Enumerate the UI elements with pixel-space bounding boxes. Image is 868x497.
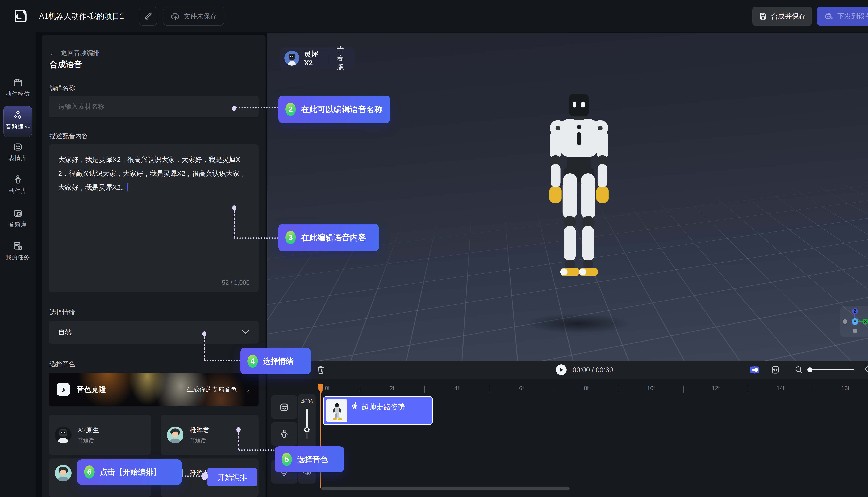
snap-toggle-button[interactable] [749, 360, 760, 379]
clapperboard-icon [0, 77, 36, 88]
speed-vertical-slider[interactable] [306, 409, 308, 439]
timeline-zoom-slider[interactable] [808, 369, 854, 370]
robot-download-icon [824, 12, 834, 20]
back-label: 返回音频编排 [61, 48, 99, 57]
clone-title: 音色克隆 [77, 385, 106, 394]
sidebar-label: 我的任务 [0, 254, 36, 261]
tutorial-step-2: 2 在此可以编辑语音名称 [278, 96, 390, 123]
deploy-label: 下发到设备 [838, 12, 868, 21]
cloud-icon [170, 12, 180, 20]
playhead-handle[interactable] [318, 384, 324, 394]
back-to-audio-arrange[interactable]: ← 返回音频编排 [50, 48, 99, 57]
badge-model-name: 灵犀X2 [304, 49, 319, 67]
step-5-number: 5 [282, 453, 292, 466]
clip-thumbnail [326, 399, 347, 422]
step-4-number: 4 [247, 355, 258, 368]
name-field-label: 编辑名称 [50, 84, 75, 92]
speed-slider-thumb[interactable] [304, 427, 309, 432]
voice-lang: 普通话 [78, 437, 99, 444]
connector-dot-2 [232, 106, 236, 111]
rename-project-button[interactable] [139, 6, 157, 26]
ruler-label: 0f [325, 385, 330, 392]
step-5-text: 选择音色 [297, 454, 328, 465]
step-4-text: 选择情绪 [263, 356, 294, 366]
char-counter: 52 / 1,000 [222, 279, 250, 286]
timeline-horizontal-scrollbar[interactable] [321, 487, 570, 491]
sidebar-item-motion-mimic[interactable]: 动作模仿 [0, 77, 36, 98]
ruler-tick [813, 386, 813, 393]
zoom-slider-thumb[interactable] [808, 367, 812, 372]
robot-3d-viewport[interactable]: 灵犀X2 青春版 Z Y X [267, 33, 868, 360]
deploy-to-device-button[interactable]: 下发到设备 [817, 6, 868, 26]
motion-icon [0, 175, 36, 185]
step-2-text: 在此可以编辑语音名称 [301, 104, 383, 115]
zoom-in-icon[interactable] [863, 360, 868, 379]
sidebar-item-audio-library[interactable]: 音频库 [0, 208, 36, 228]
tutorial-step-6: 6 点击【开始编排】 [77, 459, 182, 485]
connector-line-6 [182, 475, 202, 477]
pencil-icon [143, 12, 153, 20]
connector-line-3 [234, 237, 278, 239]
humanoid-robot-model[interactable] [521, 65, 632, 320]
ruler-label: 6f [519, 385, 524, 392]
axis-neg-x-handle[interactable] [843, 319, 847, 324]
voice-field-label: 选择音色 [50, 359, 75, 368]
axis-x-handle[interactable]: X [863, 318, 868, 325]
expression-track-button[interactable] [271, 395, 297, 419]
voice-clone-banner[interactable]: ♪ 音色克隆 生成你的专属音色 → [48, 373, 259, 406]
fit-timeline-button[interactable] [770, 360, 781, 379]
emotion-select[interactable]: 自然 [48, 321, 259, 344]
sidebar-item-audio-arrange[interactable]: 音频编排 [0, 110, 36, 130]
axis-gizmo[interactable]: Z Y X [840, 306, 868, 337]
speed-value: 40% [301, 398, 313, 405]
voice-content-textarea[interactable]: 大家好，我是灵犀X2，很高兴认识大家，大家好，我是灵犀X2，很高兴认识大家，大家… [48, 144, 259, 292]
connector-dot-4 [202, 331, 206, 336]
start-arrange-button[interactable]: 开始编排 [208, 468, 257, 486]
ruler-label: 4f [454, 385, 459, 392]
sidebar-label: 动作模仿 [0, 90, 36, 98]
ruler-label: 14f [776, 385, 784, 392]
ruler-tick [360, 386, 360, 393]
voice-name: 稚晖君 [190, 426, 210, 435]
axis-neg-z-handle[interactable] [853, 329, 857, 333]
connector-vline-3 [234, 210, 235, 238]
audio-library-icon [0, 208, 36, 218]
material-name-input[interactable] [48, 96, 259, 117]
tutorial-step-5: 5 选择音色 [275, 446, 344, 472]
clone-cta[interactable]: 生成你的专属音色 → [187, 385, 250, 394]
zoom-out-icon[interactable] [793, 360, 804, 379]
axis-x-line [858, 321, 863, 322]
top-bar: A1机器人动作-我的项目1 文件未保存 合成并保存 下发到设备 [0, 0, 868, 32]
ruler-label: 12f [712, 385, 720, 392]
robot-model-badge[interactable]: 灵犀X2 青春版 [280, 47, 354, 69]
axis-z-handle[interactable]: Z [852, 308, 858, 314]
connector-line-5 [239, 450, 275, 451]
axis-y-handle[interactable]: Y [852, 318, 858, 325]
connector-dot-6 [201, 472, 208, 480]
motion-track-button[interactable] [271, 422, 297, 446]
emotion-field-label: 选择情绪 [50, 308, 75, 317]
delete-clip-button[interactable] [316, 360, 326, 379]
synthesize-save-button[interactable]: 合成并保存 [752, 6, 812, 26]
voice-name: X2原生 [78, 426, 99, 435]
sidebar-item-my-tasks[interactable]: 我的任务 [0, 241, 36, 261]
content-field-label: 描述配音内容 [50, 132, 88, 141]
timeline-area: 40% 0f 2f 4f 6f 8f 10f 12f 14f 16f [267, 379, 868, 497]
timeline-clip-walk-pose[interactable]: 超帅走路姿势 [323, 396, 433, 425]
voice-card-x2-native[interactable]: X2原生 普通话 [48, 415, 151, 455]
ruler-label: 8f [584, 385, 589, 392]
voice-card-zhihuijun[interactable]: 稚晖君 普通话 [160, 415, 259, 455]
sidebar-item-expression-library[interactable]: 表情库 [0, 142, 36, 162]
file-status-button[interactable]: 文件未保存 [163, 6, 224, 26]
playhead-line[interactable] [321, 384, 321, 488]
music-note-icon: ♪ [57, 383, 70, 396]
ruler-label: 16f [841, 385, 849, 392]
walking-person-icon [352, 402, 359, 410]
chevron-down-icon [242, 330, 249, 335]
play-button[interactable] [556, 365, 566, 375]
robot-avatar [284, 51, 299, 66]
sidebar-label: 表情库 [0, 154, 36, 162]
app-logo-icon [13, 8, 29, 24]
ruler-tick [489, 386, 489, 393]
sidebar-item-motion-library[interactable]: 动作库 [0, 175, 36, 195]
